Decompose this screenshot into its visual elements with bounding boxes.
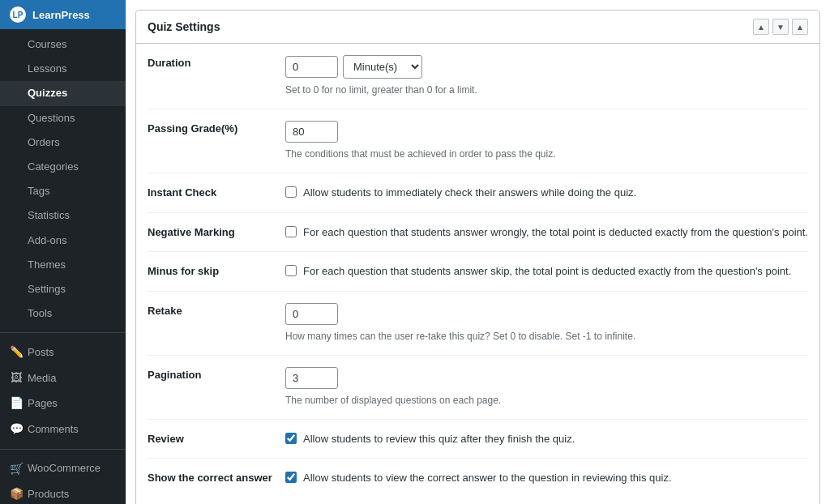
negative-marking-checkbox-label: For each question that students answer w…	[303, 224, 808, 241]
panel-title: Quiz Settings	[148, 20, 220, 33]
learnpress-logo: LP	[10, 6, 26, 23]
retake-control: How many times can the user re-take this…	[285, 303, 808, 344]
negative-marking-checkbox[interactable]	[285, 226, 297, 237]
pagination-row: Pagination The number of displayed quest…	[148, 356, 808, 420]
media-icon: 🖼	[10, 370, 23, 387]
minus-skip-checkbox[interactable]	[285, 265, 297, 276]
sidebar-item-addons[interactable]: Add-ons	[0, 229, 126, 253]
instant-check-checkbox-label: Allow students to immediately check thei…	[303, 185, 636, 201]
wp-nav-section: ✏️ Posts 🖼 Media 📄 Pages 💬 Comments	[0, 336, 126, 445]
instant-check-label: Instant Check	[148, 185, 285, 199]
sidebar-item-settings[interactable]: Settings	[0, 277, 126, 301]
show-correct-answer-checkbox[interactable]	[285, 472, 297, 483]
duration-inline: Minute(s) Hour(s) Second(s)	[285, 55, 808, 79]
sidebar-item-courses[interactable]: Courses	[0, 32, 126, 57]
pagination-label: Pagination	[148, 367, 285, 381]
sidebar-item-categories[interactable]: Categories	[0, 155, 126, 179]
learnpress-nav-section: Courses Lessons Quizzes Questions Orders…	[0, 29, 126, 329]
sidebar-item-woocommerce[interactable]: 🛒 WooCommerce	[0, 456, 126, 482]
duration-control: Minute(s) Hour(s) Second(s) Set to 0 for…	[285, 55, 808, 97]
minus-skip-checkbox-row: For each question that students answer s…	[285, 263, 808, 280]
sidebar-item-themes[interactable]: Themes	[0, 253, 126, 277]
duration-unit-select[interactable]: Minute(s) Hour(s) Second(s)	[343, 55, 422, 79]
negative-marking-row: Negative Marking For each question that …	[148, 213, 808, 253]
sidebar-item-pages[interactable]: 📄 Pages	[0, 391, 126, 416]
panel-header: Quiz Settings ▲ ▼ ▲	[136, 11, 819, 44]
review-control: Allow students to review this quiz after…	[285, 431, 808, 447]
retake-label: Retake	[148, 303, 285, 317]
quiz-settings-panel: Quiz Settings ▲ ▼ ▲ Duration Minute(s)	[135, 10, 820, 504]
woo-nav-section: 🛒 WooCommerce 📦 Products 📊 Analytics 📣 M…	[0, 453, 126, 504]
duration-input[interactable]	[285, 56, 338, 78]
passing-grade-row: Passing Grade(%) The conditions that mus…	[148, 109, 808, 173]
show-correct-answer-label: Show the correct answer	[148, 470, 285, 484]
panel-down-button[interactable]: ▼	[772, 19, 789, 35]
negative-marking-control: For each question that students answer w…	[285, 224, 808, 241]
products-icon: 📦	[10, 486, 23, 502]
panel-controls: ▲ ▼ ▲	[753, 19, 808, 35]
retake-desc: How many times can the user re-take this…	[285, 329, 808, 344]
comments-icon: 💬	[10, 421, 23, 438]
instant-check-control: Allow students to immediately check thei…	[285, 185, 808, 201]
sidebar-item-orders[interactable]: Orders	[0, 130, 126, 155]
retake-input[interactable]	[285, 303, 338, 325]
pagination-control: The number of displayed questions on eac…	[285, 367, 808, 408]
retake-row: Retake How many times can the user re-ta…	[148, 292, 808, 356]
sidebar-app-title: LearnPress	[32, 9, 90, 21]
passing-grade-desc: The conditions that must be achieved in …	[285, 147, 808, 161]
pagination-input[interactable]	[285, 367, 338, 389]
sidebar: LP LearnPress Courses Lessons Quizzes Qu…	[0, 0, 126, 504]
duration-label: Duration	[148, 55, 285, 69]
passing-grade-control: The conditions that must be achieved in …	[285, 121, 808, 161]
instant-check-row: Instant Check Allow students to immediat…	[148, 173, 808, 213]
minus-skip-label: Minus for skip	[148, 263, 285, 277]
minus-skip-row: Minus for skip For each question that st…	[148, 252, 808, 292]
content-area: Quiz Settings ▲ ▼ ▲ Duration Minute(s)	[126, 0, 830, 504]
show-correct-answer-row: Show the correct answer Allow students t…	[148, 459, 808, 498]
review-checkbox-label: Allow students to review this quiz after…	[303, 431, 575, 447]
pagination-desc: The number of displayed questions on eac…	[285, 393, 808, 408]
sidebar-header[interactable]: LP LearnPress	[0, 0, 126, 29]
panel-collapse-button[interactable]: ▲	[792, 19, 808, 35]
main-content: Quiz Settings ▲ ▼ ▲ Duration Minute(s)	[126, 0, 830, 504]
sidebar-item-tools[interactable]: Tools	[0, 301, 126, 326]
pages-icon: 📄	[10, 395, 23, 412]
review-label: Review	[148, 431, 285, 445]
duration-row: Duration Minute(s) Hour(s) Second(s) Set…	[148, 44, 808, 109]
sidebar-item-posts[interactable]: ✏️ Posts	[0, 340, 126, 365]
negative-marking-label: Negative Marking	[148, 224, 285, 238]
review-row: Review Allow students to review this qui…	[148, 420, 808, 459]
sidebar-item-lessons[interactable]: Lessons	[0, 57, 126, 81]
sidebar-divider-2	[0, 449, 126, 450]
negative-marking-checkbox-row: For each question that students answer w…	[285, 224, 808, 241]
sidebar-item-statistics[interactable]: Statistics	[0, 203, 126, 228]
show-correct-answer-checkbox-row: Allow students to view the correct answe…	[285, 470, 808, 486]
review-checkbox-row: Allow students to review this quiz after…	[285, 431, 808, 447]
woocommerce-icon: 🛒	[10, 461, 23, 477]
instant-check-checkbox-row: Allow students to immediately check thei…	[285, 185, 808, 201]
instant-check-checkbox[interactable]	[285, 186, 297, 198]
minus-skip-checkbox-label: For each question that students answer s…	[303, 263, 791, 280]
sidebar-item-media[interactable]: 🖼 Media	[0, 365, 126, 391]
passing-grade-label: Passing Grade(%)	[148, 121, 285, 135]
panel-up-button[interactable]: ▲	[753, 19, 769, 35]
sidebar-item-comments[interactable]: 💬 Comments	[0, 416, 126, 442]
show-correct-answer-checkbox-label: Allow students to view the correct answe…	[303, 470, 672, 486]
minus-skip-control: For each question that students answer s…	[285, 263, 808, 280]
show-correct-answer-control: Allow students to view the correct answe…	[285, 470, 808, 486]
passing-grade-input[interactable]	[285, 121, 338, 143]
sidebar-item-questions[interactable]: Questions	[0, 106, 126, 130]
sidebar-item-products[interactable]: 📦 Products	[0, 481, 126, 504]
sidebar-divider-1	[0, 332, 126, 333]
posts-icon: ✏️	[10, 344, 23, 361]
duration-desc: Set to 0 for no limit, greater than 0 fo…	[285, 83, 808, 97]
settings-body: Duration Minute(s) Hour(s) Second(s) Set…	[136, 44, 819, 504]
review-checkbox[interactable]	[285, 433, 297, 444]
sidebar-item-quizzes[interactable]: Quizzes	[0, 81, 126, 105]
sidebar-item-tags[interactable]: Tags	[0, 179, 126, 203]
